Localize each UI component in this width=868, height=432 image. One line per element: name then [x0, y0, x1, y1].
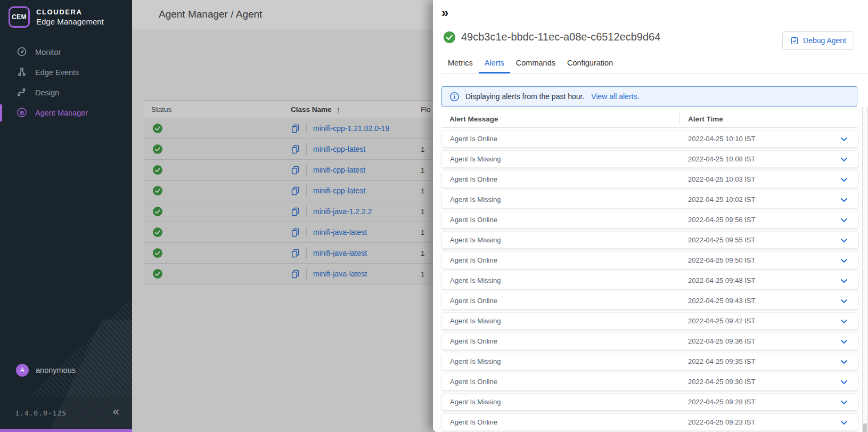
- alert-row[interactable]: Agent Is Online 2022-04-25 09:36 IST: [441, 332, 858, 350]
- copy-icon[interactable]: [291, 207, 300, 216]
- copy-icon[interactable]: [291, 166, 300, 175]
- alerts-scrollbar-track[interactable]: [862, 107, 868, 432]
- status-ok-icon: [153, 186, 162, 195]
- agent-class-cell: minifi-cpp-latest: [291, 143, 421, 155]
- status-ok-icon: [153, 248, 162, 258]
- alert-row[interactable]: Agent Is Online 2022-04-25 09:50 IST: [441, 251, 858, 269]
- sidebar-collapse-icon[interactable]: «: [113, 405, 119, 419]
- copy-icon[interactable]: [291, 249, 300, 258]
- agent-status-cell: [144, 144, 291, 154]
- copy-icon[interactable]: [291, 145, 300, 154]
- status-ok-icon: [153, 269, 162, 279]
- agent-class-link[interactable]: minifi-java-1.2.2.2: [313, 207, 372, 216]
- alert-time: 2022-04-25 09:56 IST: [680, 216, 755, 224]
- alert-message: Agent Is Online: [442, 256, 680, 264]
- chevron-down-icon[interactable]: [839, 336, 849, 347]
- sidebar-nav-item[interactable]: Edge Events: [0, 62, 132, 83]
- sidebar-nav-item[interactable]: Monitor: [0, 42, 132, 62]
- drawer-collapse-icon[interactable]: »: [441, 5, 448, 20]
- alert-row[interactable]: Agent Is Online 2022-04-25 09:23 IST: [441, 413, 858, 431]
- chevron-down-icon[interactable]: [839, 397, 849, 407]
- agent-class-link[interactable]: minifi-cpp-latest: [313, 166, 365, 174]
- cell-divider: [306, 247, 307, 259]
- chevron-down-icon[interactable]: [839, 215, 849, 225]
- agent-flows-cell: 1: [421, 229, 425, 237]
- chevron-down-icon[interactable]: [839, 356, 849, 367]
- sidebar-nav: Monitor Edge Events: [0, 42, 132, 123]
- agent-flows-cell: 1: [421, 208, 425, 216]
- alert-message: Agent Is Missing: [442, 276, 680, 284]
- cem-app: CEM CLOUDERA Edge Management Mon: [0, 0, 868, 432]
- alert-row[interactable]: Agent Is Online 2022-04-25 09:56 IST: [441, 211, 858, 229]
- alert-row[interactable]: Agent Is Missing 2022-04-25 09:28 IST: [441, 393, 858, 411]
- agent-class-link[interactable]: minifi-cpp-1.21.02.0-19: [313, 124, 389, 133]
- alert-row[interactable]: Agent Is Online 2022-04-25 09:43 IST: [441, 292, 858, 309]
- alert-row[interactable]: Agent Is Missing 2022-04-25 09:48 IST: [441, 272, 858, 289]
- agent-header: 49cb3c1e-bbdc-11ec-a08e-c6512ecb9d64: [444, 31, 660, 43]
- alert-message: Agent Is Online: [442, 337, 680, 345]
- drawer-tabs: Metrics Alerts Commands Configuration: [442, 55, 868, 74]
- column-header-status[interactable]: Status: [144, 105, 291, 113]
- agent-class-link[interactable]: minifi-java-latest: [313, 228, 367, 237]
- alert-time: 2022-04-25 09:30 IST: [680, 378, 755, 386]
- alert-time: 2022-04-25 10:08 IST: [680, 155, 755, 163]
- agent-class-cell: minifi-cpp-1.21.02.0-19: [291, 123, 421, 134]
- chevron-down-icon[interactable]: [839, 255, 849, 266]
- copy-icon[interactable]: [291, 186, 300, 195]
- alert-row[interactable]: Agent Is Online 2022-04-25 10:10 IST: [441, 130, 858, 148]
- alert-row[interactable]: Agent Is Online 2022-04-25 10:03 IST: [441, 170, 858, 188]
- chevron-down-icon[interactable]: [839, 174, 849, 185]
- alert-time: 2022-04-25 09:42 IST: [680, 317, 755, 325]
- column-header-class-name[interactable]: Class Name ↑: [291, 105, 421, 114]
- sort-ascending-icon[interactable]: ↑: [337, 105, 341, 114]
- chevron-down-icon[interactable]: [839, 417, 849, 428]
- drawer-tab[interactable]: Alerts: [479, 55, 510, 74]
- chevron-down-icon[interactable]: [839, 134, 849, 144]
- status-ok-icon: [153, 165, 162, 175]
- column-header-alert-message: Alert Message: [441, 115, 679, 123]
- alert-row[interactable]: Agent Is Missing 2022-04-25 10:02 IST: [441, 191, 858, 208]
- product-name: Edge Management: [36, 17, 104, 26]
- column-header-flows[interactable]: Flo: [421, 105, 431, 113]
- debug-clipboard-icon: [790, 36, 799, 45]
- alert-time: 2022-04-25 09:48 IST: [680, 276, 755, 284]
- agent-status-cell: [144, 207, 291, 216]
- alert-message: Agent Is Online: [442, 418, 680, 426]
- agent-class-link[interactable]: minifi-cpp-latest: [313, 145, 365, 153]
- alert-row[interactable]: Agent Is Missing 2022-04-25 09:55 IST: [441, 231, 858, 249]
- chevron-down-icon[interactable]: [839, 235, 849, 246]
- alert-row[interactable]: Agent Is Missing 2022-04-25 09:35 IST: [441, 353, 858, 370]
- copy-icon[interactable]: [291, 228, 300, 237]
- chevron-down-icon[interactable]: [839, 377, 849, 387]
- agent-flows-cell: 1: [421, 187, 425, 195]
- sidebar-nav-label: Edge Events: [35, 68, 79, 77]
- copy-icon[interactable]: [291, 124, 300, 133]
- agent-class-cell: minifi-java-latest: [291, 247, 421, 259]
- chevron-down-icon[interactable]: [839, 296, 849, 306]
- alert-row[interactable]: Agent Is Online 2022-04-25 09:30 IST: [441, 373, 858, 390]
- drawer-tab[interactable]: Commands: [510, 55, 561, 74]
- chevron-down-icon[interactable]: [839, 316, 849, 327]
- agent-id: 49cb3c1e-bbdc-11ec-a08e-c6512ecb9d64: [461, 31, 660, 43]
- agent-class-link[interactable]: minifi-java-latest: [313, 270, 367, 278]
- sidebar-nav-item[interactable]: Design: [0, 83, 132, 103]
- alert-message: Agent Is Missing: [442, 317, 680, 325]
- alerts-scrollbar-thumb[interactable]: [863, 423, 867, 432]
- drawer-tab[interactable]: Configuration: [561, 55, 619, 74]
- alert-row[interactable]: Agent Is Missing 2022-04-25 10:08 IST: [441, 150, 858, 168]
- alert-row[interactable]: Agent Is Missing 2022-04-25 09:42 IST: [441, 312, 858, 330]
- agent-status-ok-icon: [444, 31, 455, 43]
- agent-status-cell: [144, 186, 291, 195]
- chevron-down-icon[interactable]: [839, 275, 849, 286]
- view-all-alerts-link[interactable]: View all alerts.: [591, 92, 639, 101]
- agent-class-link[interactable]: minifi-cpp-latest: [313, 186, 365, 195]
- agent-class-link[interactable]: minifi-java-latest: [313, 249, 367, 257]
- user-menu[interactable]: A anonymous: [16, 364, 76, 377]
- drawer-tab[interactable]: Metrics: [442, 55, 479, 74]
- copy-icon[interactable]: [291, 270, 300, 279]
- sidebar-nav-label: Design: [35, 88, 59, 97]
- chevron-down-icon[interactable]: [839, 194, 849, 205]
- sidebar-nav-item[interactable]: Agent Manager: [0, 103, 132, 123]
- debug-agent-button[interactable]: Debug Agent: [782, 31, 854, 50]
- chevron-down-icon[interactable]: [839, 154, 849, 165]
